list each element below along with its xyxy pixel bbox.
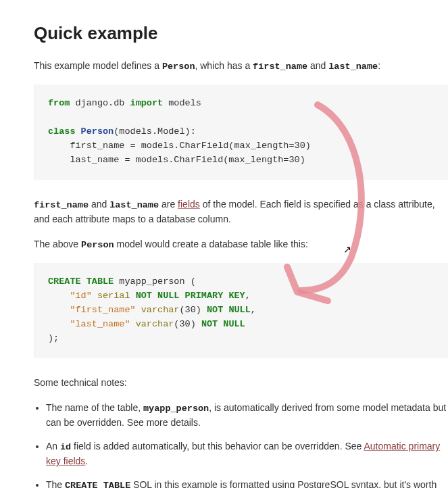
notes-list: The name of the table, myapp_person, is … — [34, 401, 448, 488]
field-name: last_name — [109, 200, 159, 210]
class-name: Person — [162, 62, 195, 72]
notes-intro: Some technical notes: — [34, 376, 448, 390]
table-paragraph: The above Person model would create a da… — [34, 237, 448, 252]
fields-link[interactable]: fields — [178, 199, 200, 210]
field-name: first_name — [253, 62, 307, 72]
sql-keyword: CREATE TABLE — [65, 481, 130, 488]
intro-paragraph: This example model defines a Person, whi… — [34, 59, 448, 74]
field-name: last_name — [328, 62, 378, 72]
table-name: myapp_person — [143, 404, 209, 414]
field-name: first_name — [34, 200, 89, 210]
list-item: The name of the table, myapp_person, is … — [46, 401, 448, 430]
fields-paragraph: first_name and last_name are fields of t… — [34, 197, 448, 226]
class-name: Person — [81, 240, 114, 250]
list-item: The CREATE TABLE SQL in this example is … — [46, 478, 448, 488]
sql-code-block: CREATE TABLE myapp_person ( "id" serial … — [34, 263, 448, 358]
section-heading: Quick example — [34, 20, 448, 47]
list-item: An id field is added automatically, but … — [46, 439, 448, 468]
python-code-block: from django.db import models class Perso… — [34, 84, 448, 180]
field-name: id — [60, 442, 71, 452]
